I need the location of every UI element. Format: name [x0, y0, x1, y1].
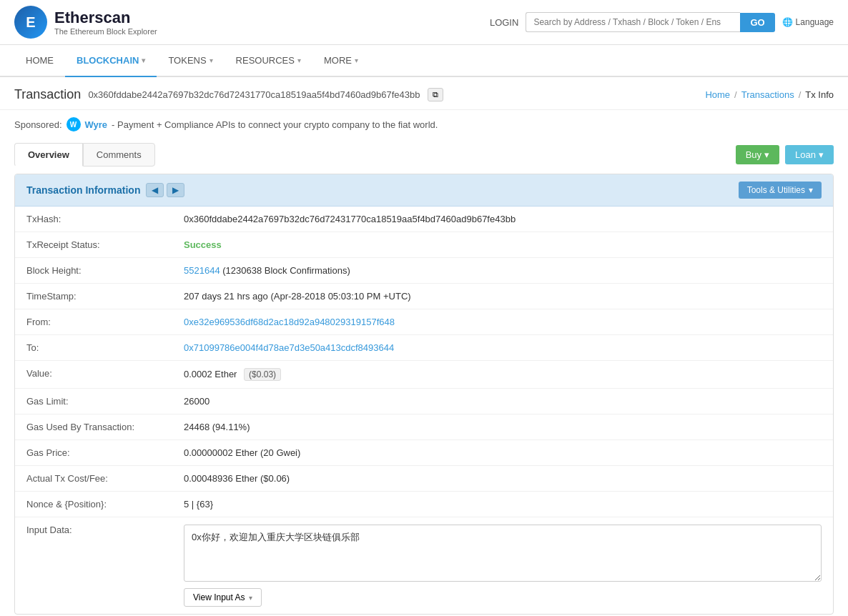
- nav-blockchain[interactable]: BLOCKCHAIN ▾: [65, 45, 157, 77]
- field-label-gas-price: Gas Price:: [26, 447, 184, 458]
- chevron-down-icon: ▾: [142, 56, 145, 64]
- breadcrumb: Home / Transactions / Tx Info: [705, 89, 834, 100]
- sponsored-banner: Sponsored: W Wyre - Payment + Compliance…: [0, 110, 848, 139]
- table-row: Gas Used By Transaction: 24468 (94.11%): [15, 414, 833, 440]
- tab-overview[interactable]: Overview: [14, 143, 83, 167]
- breadcrumb-current: Tx Info: [805, 89, 834, 100]
- login-button[interactable]: LOGIN: [490, 17, 518, 28]
- copy-txhash-button[interactable]: ⧉: [428, 88, 443, 101]
- field-value-gas-used: 24468 (94.11%): [184, 422, 822, 432]
- field-value-from: 0xe32e969536df68d2ac18d92a948029319157f6…: [184, 317, 822, 327]
- page-title-area: Transaction 0x360fddabe2442a7697b32dc76d…: [14, 87, 443, 102]
- buy-label: Buy: [746, 149, 761, 160]
- site-subtitle: The Ethereum Block Explorer: [54, 27, 157, 36]
- usd-value-badge: ($0.03): [244, 368, 281, 381]
- search-go-button[interactable]: GO: [740, 13, 774, 32]
- transaction-info-table: TxHash: 0x360fddabe2442a7697b32dc76d7243…: [15, 207, 833, 614]
- field-label-nonce: Nonce & {Position}:: [26, 499, 184, 510]
- chevron-down-icon: ▾: [809, 185, 813, 195]
- to-address-link[interactable]: 0x71099786e004f4d78ae7d3e50a413cdcf84936…: [184, 342, 394, 353]
- search-input[interactable]: [526, 12, 740, 32]
- page-header: Transaction 0x360fddabe2442a7697b32dc76d…: [0, 77, 848, 110]
- tab-comments[interactable]: Comments: [83, 143, 155, 167]
- nav-home[interactable]: HOME: [14, 45, 65, 77]
- field-label-to: To:: [26, 342, 184, 353]
- sponsored-message: - Payment + Compliance APIs to connect y…: [112, 119, 438, 130]
- field-value-to: 0x71099786e004f4d78ae7d3e50a413cdcf84936…: [184, 342, 822, 353]
- field-value-gas-limit: 26000: [184, 396, 822, 407]
- breadcrumb-sep2: /: [799, 89, 802, 100]
- main-nav: HOME BLOCKCHAIN ▾ TOKENS ▾ RESOURCES ▾ M…: [0, 45, 848, 77]
- table-row: From: 0xe32e969536df68d2ac18d92a94802931…: [15, 309, 833, 335]
- table-row: Nonce & {Position}: 5 | {63}: [15, 492, 833, 517]
- confirmations-text: (1230638 Block Confirmations): [222, 265, 350, 276]
- field-value-gas-price: 0.00000002 Ether (20 Gwei): [184, 447, 822, 458]
- field-value-timestamp: 207 days 21 hrs ago (Apr-28-2018 05:03:1…: [184, 291, 822, 302]
- table-row: Value: 0.0002 Ether ($0.03): [15, 361, 833, 389]
- field-label-tx-fee: Actual Tx Cost/Fee:: [26, 473, 184, 484]
- field-label-gas-used: Gas Used By Transaction:: [26, 422, 184, 432]
- table-row: Block Height: 5521644 (1230638 Block Con…: [15, 258, 833, 284]
- nav-more-label: MORE: [324, 55, 352, 66]
- transaction-info-panel: Transaction Information ◀ ▶ Tools & Util…: [14, 174, 834, 615]
- field-value-value: 0.0002 Ether ($0.03): [184, 368, 822, 381]
- tabs: Overview Comments: [14, 143, 155, 167]
- table-row: Input Data: 0x你好，欢迎加入重庆大学区块链俱乐部 View Inp…: [15, 517, 833, 614]
- wyre-link[interactable]: Wyre: [85, 119, 108, 130]
- field-value-txhash: 0x360fddabe2442a7697b32dc76d72431770ca18…: [184, 214, 822, 224]
- table-row: Gas Price: 0.00000002 Ether (20 Gwei): [15, 440, 833, 466]
- from-address-link[interactable]: 0xe32e969536df68d2ac18d92a948029319157f6…: [184, 317, 395, 327]
- field-label-status: TxReceipt Status:: [26, 239, 184, 250]
- loan-button[interactable]: Loan ▾: [785, 145, 834, 164]
- table-row: TxHash: 0x360fddabe2442a7697b32dc76d7243…: [15, 207, 833, 232]
- next-tx-button[interactable]: ▶: [167, 183, 184, 197]
- search-container: GO: [526, 12, 774, 32]
- nav-tokens[interactable]: TOKENS ▾: [157, 45, 224, 77]
- ether-value: 0.0002 Ether: [184, 369, 237, 379]
- nav-arrows: ◀ ▶: [146, 183, 184, 197]
- nav-blockchain-label: BLOCKCHAIN: [77, 55, 139, 66]
- nav-resources[interactable]: RESOURCES ▾: [225, 45, 312, 77]
- chevron-down-icon: ▾: [355, 56, 358, 64]
- breadcrumb-sep1: /: [734, 89, 737, 100]
- header: E Etherscan The Ethereum Block Explorer …: [0, 0, 848, 45]
- field-value-input-data: 0x你好，欢迎加入重庆大学区块链俱乐部 View Input As ▾: [184, 525, 822, 607]
- tabs-area: Overview Comments Buy ▾ Loan ▾: [0, 143, 848, 167]
- field-label-from: From:: [26, 317, 184, 327]
- language-button[interactable]: 🌐 Language: [782, 17, 834, 27]
- field-label-input-data: Input Data:: [26, 525, 184, 535]
- view-input-as-button[interactable]: View Input As ▾: [184, 588, 262, 607]
- table-row: Actual Tx Cost/Fee: 0.00048936 Ether ($0…: [15, 466, 833, 492]
- input-data-textarea[interactable]: 0x你好，欢迎加入重庆大学区块链俱乐部: [184, 525, 822, 582]
- block-height-link[interactable]: 5521644: [184, 265, 220, 276]
- breadcrumb-transactions[interactable]: Transactions: [741, 89, 794, 100]
- panel-header: Transaction Information ◀ ▶ Tools & Util…: [15, 174, 833, 207]
- field-value-status: Success: [184, 239, 822, 250]
- chevron-down-icon: ▾: [297, 56, 301, 64]
- table-row: TxReceipt Status: Success: [15, 232, 833, 258]
- panel-title-area: Transaction Information ◀ ▶: [26, 183, 184, 197]
- buy-button[interactable]: Buy ▾: [736, 145, 779, 164]
- table-row: TimeStamp: 207 days 21 hrs ago (Apr-28-2…: [15, 284, 833, 309]
- language-label: Language: [796, 17, 834, 27]
- tools-utilities-label: Tools & Utilities: [747, 185, 805, 195]
- tx-hash-display: 0x360fddabe2442a7697b32dc76d72431770ca18…: [88, 89, 420, 100]
- view-input-as-label: View Input As: [193, 592, 245, 602]
- field-label-txhash: TxHash:: [26, 214, 184, 224]
- loan-label: Loan: [795, 149, 816, 160]
- nav-home-label: HOME: [26, 55, 54, 66]
- logo-icon: E: [14, 6, 47, 39]
- nav-more[interactable]: MORE ▾: [312, 45, 370, 77]
- field-value-block: 5521644 (1230638 Block Confirmations): [184, 265, 822, 276]
- header-right: LOGIN GO 🌐 Language: [490, 12, 834, 32]
- tools-utilities-button[interactable]: Tools & Utilities ▾: [739, 182, 822, 199]
- prev-tx-button[interactable]: ◀: [146, 183, 164, 197]
- tab-comments-label: Comments: [97, 149, 142, 160]
- logo-area: E Etherscan The Ethereum Block Explorer: [14, 6, 157, 39]
- tab-overview-label: Overview: [28, 149, 69, 160]
- breadcrumb-home[interactable]: Home: [705, 89, 730, 100]
- table-row: To: 0x71099786e004f4d78ae7d3e50a413cdcf8…: [15, 335, 833, 361]
- table-row: Gas Limit: 26000: [15, 389, 833, 414]
- copy-icon: ⧉: [433, 90, 438, 99]
- field-label-timestamp: TimeStamp:: [26, 291, 184, 302]
